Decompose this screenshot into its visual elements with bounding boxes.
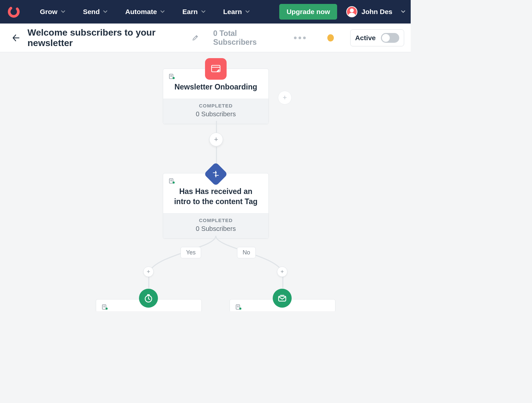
subheader: Welcome subscribers to your newsletter 0… [0, 24, 411, 52]
node-title: Has Has received an intro to the content… [171, 186, 261, 207]
active-label: Active [355, 34, 376, 42]
nav-item-automate[interactable]: Automate [125, 8, 165, 16]
nav-item-learn[interactable]: Learn [223, 8, 250, 16]
branch-no-label: No [237, 247, 256, 258]
nav-label: Grow [40, 8, 58, 16]
edit-title-button[interactable] [192, 34, 199, 42]
username: John Des [361, 8, 392, 16]
nav-item-send[interactable]: Send [83, 8, 108, 16]
node-subscribers: 0 Subscribers [163, 225, 268, 233]
back-button[interactable] [12, 33, 20, 42]
branch-yes-label: Yes [180, 247, 201, 258]
svg-point-0 [7, 5, 20, 18]
chevron-down-icon [103, 9, 108, 14]
toggle-switch[interactable] [381, 33, 399, 43]
add-step-no-button[interactable]: + [277, 266, 287, 277]
add-side-step-button[interactable]: + [278, 91, 292, 105]
nav-items: Grow Send Automate Earn Learn [40, 8, 250, 16]
automation-canvas[interactable]: Newsletter Onboarding COMPLETED 0 Subscr… [0, 52, 411, 311]
avatar [346, 6, 357, 17]
nav-label: Earn [182, 8, 198, 16]
nav-item-earn[interactable]: Earn [182, 8, 206, 16]
active-toggle[interactable]: Active [350, 29, 404, 46]
add-step-yes-button[interactable]: + [143, 266, 154, 277]
more-menu-button[interactable] [291, 35, 308, 41]
form-icon [205, 58, 227, 80]
node-title: Newsletter Onboarding [171, 82, 261, 92]
upgrade-button[interactable]: Upgrade now [279, 4, 337, 20]
brand-logo[interactable] [7, 5, 21, 19]
page-title: Welcome subscribers to your newsletter [27, 27, 183, 48]
svg-rect-15 [147, 294, 150, 295]
wait-icon [139, 289, 158, 308]
nav-item-grow[interactable]: Grow [40, 8, 65, 16]
nav-label: Learn [223, 8, 242, 16]
chevron-down-icon [160, 9, 165, 14]
chevron-down-icon [201, 9, 206, 14]
node-subscribers: 0 Subscribers [163, 110, 268, 118]
condition-icon [205, 163, 227, 185]
chevron-down-icon [61, 9, 65, 14]
status-indicator [327, 34, 334, 41]
nav-label: Send [83, 8, 100, 16]
node-status: COMPLETED [163, 103, 268, 108]
email-icon [273, 289, 292, 308]
nav-label: Automate [125, 8, 157, 16]
chevron-down-icon [401, 9, 405, 14]
top-nav: Grow Send Automate Earn Learn [0, 0, 411, 24]
total-subscribers: 0 Total Subscribers [213, 29, 274, 47]
add-step-button[interactable]: + [209, 133, 223, 146]
node-status: COMPLETED [163, 218, 268, 223]
user-menu[interactable]: John Des [346, 6, 405, 17]
chevron-down-icon [245, 9, 250, 14]
